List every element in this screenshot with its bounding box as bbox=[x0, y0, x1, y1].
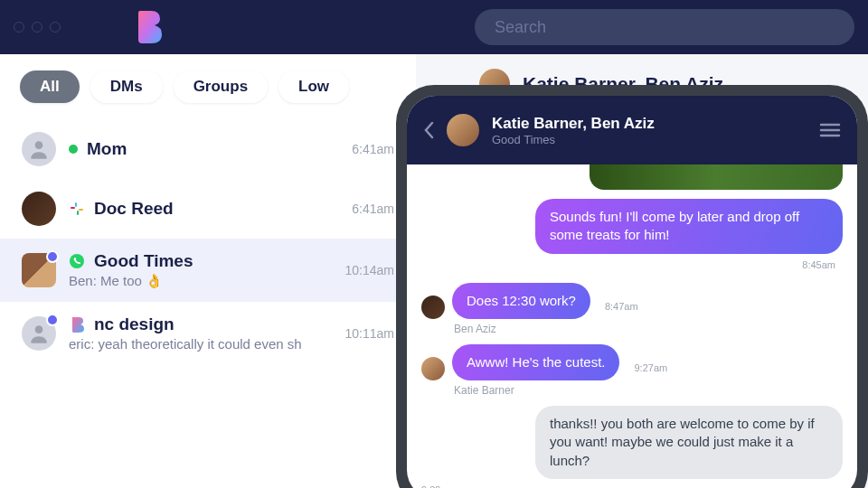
svg-point-6 bbox=[35, 325, 43, 333]
app-icon bbox=[69, 316, 85, 333]
message-bubble-outgoing[interactable]: Sounds fun! I'll come by later and drop … bbox=[535, 199, 843, 254]
filter-tabs: All DMs Groups Low bbox=[0, 54, 416, 119]
menu-icon[interactable] bbox=[819, 122, 841, 138]
filter-low[interactable]: Low bbox=[278, 70, 349, 103]
search-input[interactable]: Search bbox=[475, 9, 854, 45]
svg-point-0 bbox=[35, 141, 43, 149]
filter-all[interactable]: All bbox=[20, 70, 80, 103]
unread-badge bbox=[46, 250, 59, 263]
message-avatar bbox=[421, 296, 445, 319]
filter-dms[interactable]: DMs bbox=[90, 70, 163, 103]
message-avatar bbox=[421, 357, 445, 380]
search-placeholder: Search bbox=[495, 18, 546, 37]
group-avatar bbox=[22, 253, 56, 287]
conversation-item[interactable]: Mom 6:41am bbox=[0, 119, 416, 179]
message-bubble-incoming[interactable]: Does 12:30 work? bbox=[452, 283, 590, 319]
conversation-item[interactable]: nc design eric: yeah theoretically it co… bbox=[0, 302, 416, 364]
chat-title-box[interactable]: Katie Barner, Ben Aziz Good Times bbox=[492, 115, 807, 146]
message-bubble-outgoing[interactable]: thanks!! you both are welcome to come by… bbox=[535, 406, 843, 479]
phone-frame: Katie Barner, Ben Aziz Good Times Sounds… bbox=[396, 85, 868, 488]
conversation-name: Good Times bbox=[94, 251, 193, 271]
message-sender: Ben Aziz bbox=[454, 323, 843, 335]
message-time: 9:27am bbox=[634, 362, 667, 373]
svg-rect-3 bbox=[75, 202, 77, 207]
app-logo bbox=[133, 11, 162, 43]
conversation-preview: eric: yeah theoretically it could even s… bbox=[69, 336, 333, 352]
conversation-item[interactable]: Good Times Ben: Me too 👌 10:14am bbox=[0, 239, 416, 302]
unread-badge bbox=[46, 314, 59, 326]
conversation-time: 6:41am bbox=[352, 202, 394, 216]
message-time: 8:45am bbox=[802, 259, 835, 270]
message-time: 8:47am bbox=[605, 301, 638, 312]
traffic-light-min[interactable] bbox=[32, 22, 42, 33]
avatar bbox=[22, 192, 56, 226]
traffic-light-close[interactable] bbox=[14, 22, 24, 33]
conversation-name: Mom bbox=[87, 139, 127, 159]
conversation-time: 10:11am bbox=[345, 326, 394, 341]
conversation-time: 10:14am bbox=[345, 263, 394, 277]
back-icon[interactable] bbox=[423, 121, 434, 139]
conversation-name: nc design bbox=[94, 314, 175, 334]
avatar bbox=[22, 132, 56, 166]
filter-groups[interactable]: Groups bbox=[174, 70, 268, 103]
conversation-item[interactable]: Doc Reed 6:41am bbox=[0, 179, 416, 239]
traffic-light-max[interactable] bbox=[50, 22, 61, 33]
message-bubble-incoming[interactable]: Awww! He's the cutest. bbox=[452, 344, 619, 380]
chat-header: Katie Barner, Ben Aziz Good Times bbox=[407, 96, 857, 164]
avatar[interactable] bbox=[447, 114, 479, 146]
conversation-preview: Ben: Me too 👌 bbox=[69, 273, 333, 289]
chat-subtitle: Good Times bbox=[492, 133, 807, 146]
svg-rect-1 bbox=[71, 207, 75, 209]
app-header: Search bbox=[0, 0, 868, 54]
online-status-icon bbox=[69, 145, 78, 154]
message-list[interactable]: Sounds fun! I'll come by later and drop … bbox=[407, 164, 857, 488]
message-sender: Katie Barner bbox=[454, 384, 843, 397]
conversation-list: Mom 6:41am Doc Reed 6:41am Good Times bbox=[0, 119, 416, 364]
conversation-sidebar: All DMs Groups Low Mom 6:41am Doc Reed bbox=[0, 54, 416, 488]
message-time: 9:39am bbox=[421, 484, 455, 488]
svg-rect-2 bbox=[79, 209, 83, 211]
conversation-time: 6:41am bbox=[352, 142, 394, 156]
chat-title: Katie Barner, Ben Aziz bbox=[492, 115, 807, 133]
conversation-name: Doc Reed bbox=[94, 199, 174, 219]
phone-screen: Katie Barner, Ben Aziz Good Times Sounds… bbox=[407, 96, 857, 488]
svg-rect-4 bbox=[77, 211, 79, 215]
avatar bbox=[22, 316, 56, 351]
slack-icon bbox=[69, 201, 85, 217]
image-message[interactable] bbox=[590, 164, 843, 190]
whatsapp-icon bbox=[69, 253, 85, 269]
window-controls[interactable] bbox=[14, 22, 61, 33]
